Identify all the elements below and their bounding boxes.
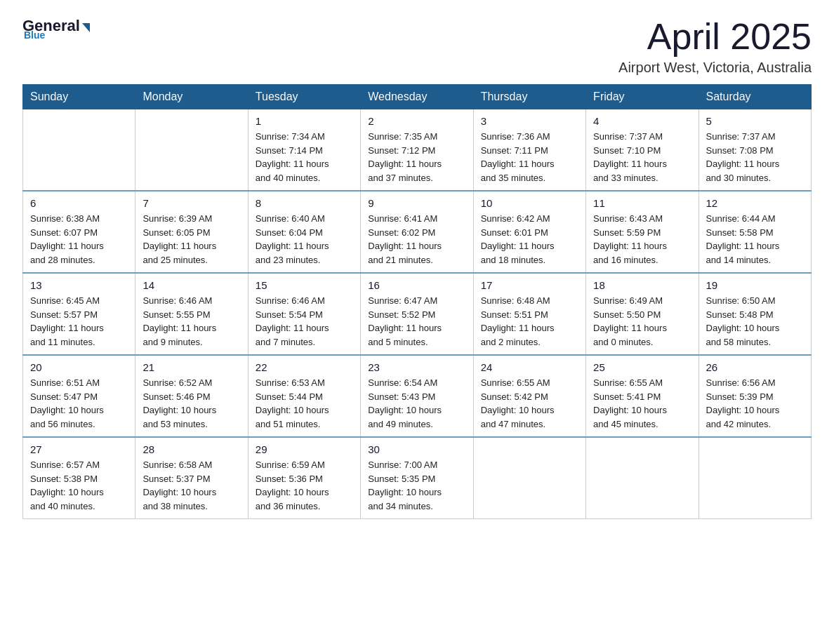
page-header: General Blue April 2025 Airport West, Vi… xyxy=(22,17,812,76)
calendar-cell: 10Sunrise: 6:42 AM Sunset: 6:01 PM Dayli… xyxy=(473,191,585,273)
calendar-cell: 19Sunrise: 6:50 AM Sunset: 5:48 PM Dayli… xyxy=(699,273,811,355)
calendar-cell: 13Sunrise: 6:45 AM Sunset: 5:57 PM Dayli… xyxy=(23,273,135,355)
calendar-cell: 28Sunrise: 6:58 AM Sunset: 5:37 PM Dayli… xyxy=(135,437,248,519)
day-info: Sunrise: 6:38 AM Sunset: 6:07 PM Dayligh… xyxy=(30,212,128,267)
weekday-header-sunday: Sunday xyxy=(23,85,135,109)
calendar-cell: 22Sunrise: 6:53 AM Sunset: 5:44 PM Dayli… xyxy=(248,355,360,437)
day-info: Sunrise: 6:43 AM Sunset: 5:59 PM Dayligh… xyxy=(593,212,691,267)
day-number: 9 xyxy=(368,197,465,209)
calendar-cell: 4Sunrise: 7:37 AM Sunset: 7:10 PM Daylig… xyxy=(586,109,699,192)
weekday-header-tuesday: Tuesday xyxy=(248,85,360,109)
day-number: 8 xyxy=(256,197,353,209)
calendar-week-4: 20Sunrise: 6:51 AM Sunset: 5:47 PM Dayli… xyxy=(23,355,812,437)
day-number: 18 xyxy=(593,279,691,291)
day-number: 30 xyxy=(368,443,465,455)
weekday-header-saturday: Saturday xyxy=(699,85,811,109)
day-info: Sunrise: 6:40 AM Sunset: 6:04 PM Dayligh… xyxy=(256,212,353,267)
calendar-cell: 17Sunrise: 6:48 AM Sunset: 5:51 PM Dayli… xyxy=(473,273,585,355)
calendar-cell: 7Sunrise: 6:39 AM Sunset: 6:05 PM Daylig… xyxy=(135,191,248,273)
day-number: 1 xyxy=(256,115,353,127)
calendar-cell: 25Sunrise: 6:55 AM Sunset: 5:41 PM Dayli… xyxy=(586,355,699,437)
calendar-cell xyxy=(699,437,811,519)
day-number: 24 xyxy=(481,361,578,373)
day-number: 16 xyxy=(368,279,465,291)
day-info: Sunrise: 6:46 AM Sunset: 5:55 PM Dayligh… xyxy=(143,294,240,349)
calendar-cell: 3Sunrise: 7:36 AM Sunset: 7:11 PM Daylig… xyxy=(473,109,585,192)
day-info: Sunrise: 6:45 AM Sunset: 5:57 PM Dayligh… xyxy=(30,294,128,349)
day-number: 15 xyxy=(256,279,353,291)
calendar-cell: 26Sunrise: 6:56 AM Sunset: 5:39 PM Dayli… xyxy=(699,355,811,437)
calendar-cell: 18Sunrise: 6:49 AM Sunset: 5:50 PM Dayli… xyxy=(586,273,699,355)
calendar-cell: 24Sunrise: 6:55 AM Sunset: 5:42 PM Dayli… xyxy=(473,355,585,437)
calendar-cell: 20Sunrise: 6:51 AM Sunset: 5:47 PM Dayli… xyxy=(23,355,135,437)
calendar-cell: 12Sunrise: 6:44 AM Sunset: 5:58 PM Dayli… xyxy=(699,191,811,273)
calendar-cell: 30Sunrise: 7:00 AM Sunset: 5:35 PM Dayli… xyxy=(361,437,473,519)
day-number: 10 xyxy=(481,197,578,209)
day-info: Sunrise: 7:34 AM Sunset: 7:14 PM Dayligh… xyxy=(256,130,353,185)
calendar-cell: 2Sunrise: 7:35 AM Sunset: 7:12 PM Daylig… xyxy=(361,109,473,192)
calendar-table: SundayMondayTuesdayWednesdayThursdayFrid… xyxy=(22,84,812,519)
day-number: 4 xyxy=(593,115,691,127)
day-info: Sunrise: 7:00 AM Sunset: 5:35 PM Dayligh… xyxy=(368,458,465,513)
day-info: Sunrise: 7:35 AM Sunset: 7:12 PM Dayligh… xyxy=(368,130,465,185)
location-text: Airport West, Victoria, Australia xyxy=(618,60,812,76)
calendar-cell: 14Sunrise: 6:46 AM Sunset: 5:55 PM Dayli… xyxy=(135,273,248,355)
day-number: 3 xyxy=(481,115,578,127)
day-number: 12 xyxy=(706,197,804,209)
day-info: Sunrise: 6:49 AM Sunset: 5:50 PM Dayligh… xyxy=(593,294,691,349)
day-number: 11 xyxy=(593,197,691,209)
day-info: Sunrise: 6:46 AM Sunset: 5:54 PM Dayligh… xyxy=(256,294,353,349)
month-title: April 2025 xyxy=(618,17,812,57)
calendar-cell: 21Sunrise: 6:52 AM Sunset: 5:46 PM Dayli… xyxy=(135,355,248,437)
day-info: Sunrise: 6:48 AM Sunset: 5:51 PM Dayligh… xyxy=(481,294,578,349)
day-number: 23 xyxy=(368,361,465,373)
day-number: 17 xyxy=(481,279,578,291)
day-info: Sunrise: 6:55 AM Sunset: 5:42 PM Dayligh… xyxy=(481,376,578,431)
calendar-week-5: 27Sunrise: 6:57 AM Sunset: 5:38 PM Dayli… xyxy=(23,437,812,519)
calendar-cell: 1Sunrise: 7:34 AM Sunset: 7:14 PM Daylig… xyxy=(248,109,360,192)
logo-arrow-icon xyxy=(82,23,90,32)
calendar-week-2: 6Sunrise: 6:38 AM Sunset: 6:07 PM Daylig… xyxy=(23,191,812,273)
day-info: Sunrise: 6:39 AM Sunset: 6:05 PM Dayligh… xyxy=(143,212,240,267)
calendar-cell: 8Sunrise: 6:40 AM Sunset: 6:04 PM Daylig… xyxy=(248,191,360,273)
day-info: Sunrise: 6:58 AM Sunset: 5:37 PM Dayligh… xyxy=(143,458,240,513)
calendar-cell: 16Sunrise: 6:47 AM Sunset: 5:52 PM Dayli… xyxy=(361,273,473,355)
calendar-cell xyxy=(135,109,248,192)
day-info: Sunrise: 6:53 AM Sunset: 5:44 PM Dayligh… xyxy=(256,376,353,431)
day-info: Sunrise: 6:56 AM Sunset: 5:39 PM Dayligh… xyxy=(706,376,804,431)
day-info: Sunrise: 7:37 AM Sunset: 7:10 PM Dayligh… xyxy=(593,130,691,185)
day-number: 25 xyxy=(593,361,691,373)
day-number: 13 xyxy=(30,279,128,291)
day-info: Sunrise: 6:50 AM Sunset: 5:48 PM Dayligh… xyxy=(706,294,804,349)
day-number: 14 xyxy=(143,279,240,291)
calendar-cell: 15Sunrise: 6:46 AM Sunset: 5:54 PM Dayli… xyxy=(248,273,360,355)
calendar-week-3: 13Sunrise: 6:45 AM Sunset: 5:57 PM Dayli… xyxy=(23,273,812,355)
day-info: Sunrise: 6:44 AM Sunset: 5:58 PM Dayligh… xyxy=(706,212,804,267)
weekday-header-wednesday: Wednesday xyxy=(361,85,473,109)
calendar-cell: 29Sunrise: 6:59 AM Sunset: 5:36 PM Dayli… xyxy=(248,437,360,519)
day-info: Sunrise: 7:37 AM Sunset: 7:08 PM Dayligh… xyxy=(706,130,804,185)
day-number: 19 xyxy=(706,279,804,291)
day-number: 7 xyxy=(143,197,240,209)
day-number: 28 xyxy=(143,443,240,455)
day-number: 5 xyxy=(706,115,804,127)
calendar-cell: 5Sunrise: 7:37 AM Sunset: 7:08 PM Daylig… xyxy=(699,109,811,192)
day-number: 29 xyxy=(256,443,353,455)
day-info: Sunrise: 6:51 AM Sunset: 5:47 PM Dayligh… xyxy=(30,376,128,431)
weekday-header-monday: Monday xyxy=(135,85,248,109)
calendar-cell: 23Sunrise: 6:54 AM Sunset: 5:43 PM Dayli… xyxy=(361,355,473,437)
day-info: Sunrise: 6:42 AM Sunset: 6:01 PM Dayligh… xyxy=(481,212,578,267)
calendar-cell: 6Sunrise: 6:38 AM Sunset: 6:07 PM Daylig… xyxy=(23,191,135,273)
day-info: Sunrise: 6:47 AM Sunset: 5:52 PM Dayligh… xyxy=(368,294,465,349)
calendar-cell xyxy=(23,109,135,192)
day-info: Sunrise: 6:57 AM Sunset: 5:38 PM Dayligh… xyxy=(30,458,128,513)
logo-blue-text: Blue xyxy=(22,29,45,41)
calendar-cell xyxy=(586,437,699,519)
day-info: Sunrise: 6:52 AM Sunset: 5:46 PM Dayligh… xyxy=(143,376,240,431)
day-number: 6 xyxy=(30,197,128,209)
day-info: Sunrise: 6:41 AM Sunset: 6:02 PM Dayligh… xyxy=(368,212,465,267)
calendar-week-1: 1Sunrise: 7:34 AM Sunset: 7:14 PM Daylig… xyxy=(23,109,812,192)
day-number: 21 xyxy=(143,361,240,373)
day-number: 2 xyxy=(368,115,465,127)
weekday-header-friday: Friday xyxy=(586,85,699,109)
